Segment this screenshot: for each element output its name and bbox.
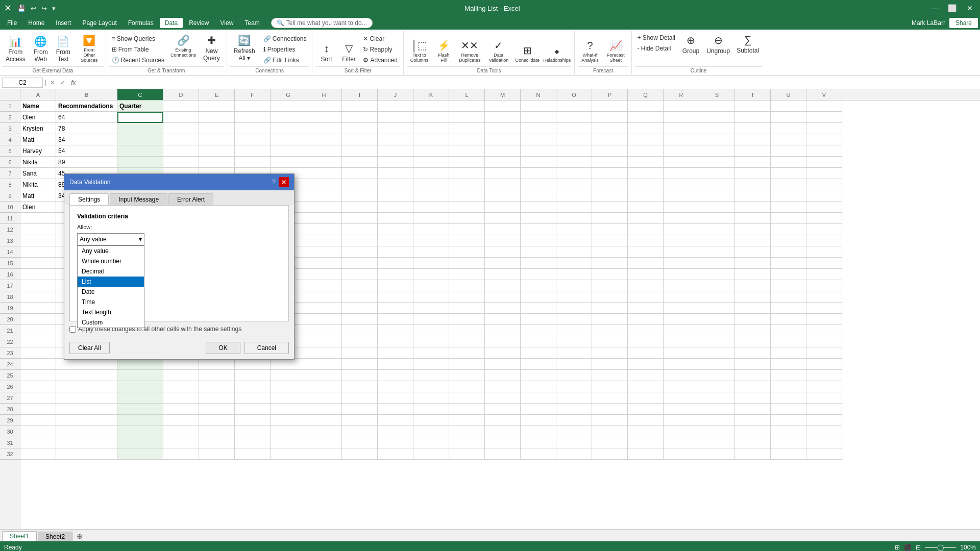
- validation-criteria-label: Validation criteria: [77, 213, 281, 220]
- clear-all-button[interactable]: Clear All: [69, 342, 110, 354]
- dialog-tab-input-message[interactable]: Input Message: [110, 193, 167, 205]
- dialog-tab-settings[interactable]: Settings: [69, 193, 109, 205]
- cancel-button[interactable]: Cancel: [244, 342, 289, 354]
- option-decimal[interactable]: Decimal: [78, 266, 144, 277]
- allow-select[interactable]: Any value ▾: [77, 233, 144, 245]
- option-any-value[interactable]: Any value: [78, 246, 144, 256]
- dialog-tabs: Settings Input Message Error Alert: [64, 190, 294, 205]
- option-list[interactable]: List: [78, 277, 144, 287]
- dialog-help-icon[interactable]: ?: [272, 179, 276, 186]
- option-time[interactable]: Time: [78, 297, 144, 307]
- dialog-body: Validation criteria Allow: Any value ▾ A…: [69, 205, 289, 321]
- apply-changes-checkbox[interactable]: [69, 326, 76, 333]
- allow-select-value: Any value: [80, 236, 139, 243]
- ok-button[interactable]: OK: [206, 342, 240, 354]
- allow-dropdown-list: Any value Whole number Decimal List Date…: [77, 245, 144, 328]
- allow-select-container: Any value ▾ Any value Whole number Decim…: [77, 233, 281, 245]
- dialog-overlay: Data Validation ? ✕ Settings Input Messa…: [0, 0, 980, 551]
- data-validation-dialog: Data Validation ? ✕ Settings Input Messa…: [64, 173, 295, 360]
- option-date[interactable]: Date: [78, 287, 144, 297]
- allow-label: Allow:: [77, 224, 281, 230]
- dialog-title-text: Data Validation: [69, 179, 111, 186]
- option-text-length[interactable]: Text length: [78, 307, 144, 317]
- dialog-title-icons: ? ✕: [272, 177, 289, 187]
- option-custom[interactable]: Custom: [78, 317, 144, 328]
- dialog-buttons: Clear All OK Cancel: [64, 337, 294, 359]
- option-whole-number[interactable]: Whole number: [78, 256, 144, 266]
- dialog-close-button[interactable]: ✕: [279, 177, 289, 187]
- dialog-title-bar: Data Validation ? ✕: [64, 174, 294, 190]
- dialog-tab-error-alert[interactable]: Error Alert: [168, 193, 213, 205]
- allow-select-dropdown-icon: ▾: [139, 236, 142, 243]
